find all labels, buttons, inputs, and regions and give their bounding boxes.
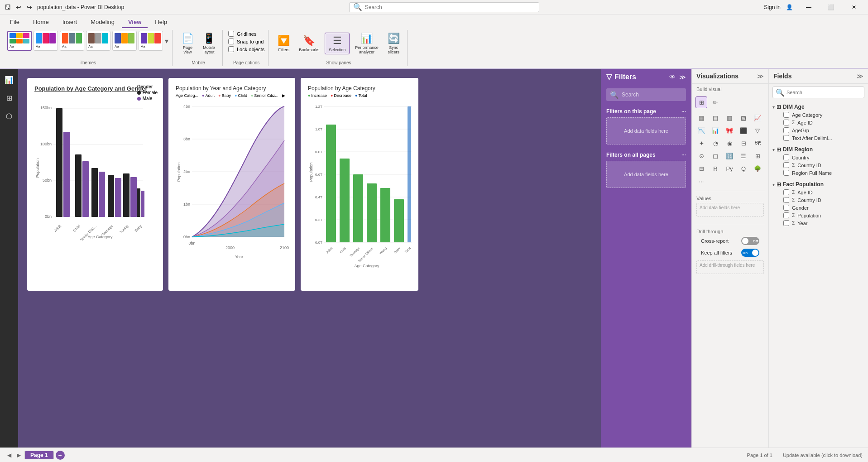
page-prev-btn[interactable]: ◀: [5, 451, 13, 459]
fields-panel-arrow[interactable]: ≫: [857, 72, 863, 80]
region-full-checkbox[interactable]: [783, 170, 789, 176]
snap-checkbox-label[interactable]: Snap to grid: [228, 38, 264, 44]
viz-slicer[interactable]: ☰: [738, 150, 749, 162]
tab-help[interactable]: Help: [149, 17, 173, 28]
filters-button[interactable]: 🔽 Filters: [274, 33, 293, 54]
search-input[interactable]: [365, 4, 535, 10]
tab-modeling[interactable]: Modeling: [84, 17, 121, 28]
field-item-fact-country-id[interactable]: Σ Country ID: [782, 196, 864, 204]
age-id-checkbox[interactable]: [783, 120, 789, 125]
chart2-more[interactable]: ▶: [282, 93, 285, 98]
viz-card[interactable]: ▢: [710, 150, 721, 162]
viz-donut[interactable]: ◉: [724, 137, 735, 149]
viz-clustered-bar[interactable]: ▤: [710, 112, 721, 124]
viz-matrix[interactable]: ⊟: [695, 163, 707, 174]
viz-pie[interactable]: ◔: [710, 137, 721, 149]
maximize-button[interactable]: ⬜: [821, 0, 842, 14]
viz-ribbon[interactable]: 🎀: [724, 125, 735, 136]
theme-btn-5[interactable]: Aa: [112, 31, 137, 51]
viz-line-clustered[interactable]: 📊: [710, 125, 721, 136]
viz-clustered-bar-h[interactable]: ▧: [738, 112, 749, 124]
page-next-btn[interactable]: ▶: [15, 451, 23, 459]
filters-this-page-menu[interactable]: ···: [681, 108, 686, 115]
viz-drill-drop[interactable]: Add drill-through fields here: [696, 260, 764, 274]
age-category-checkbox[interactable]: [783, 112, 789, 118]
viz-type-pencil[interactable]: ✏: [709, 96, 721, 108]
user-avatar[interactable]: 👤: [786, 4, 793, 10]
viz-decomp[interactable]: 🌳: [752, 163, 763, 174]
filters-eye-icon[interactable]: 👁: [669, 73, 676, 81]
viz-funnel[interactable]: ▽: [752, 125, 763, 136]
fact-age-id-checkbox[interactable]: [783, 189, 789, 195]
tab-view[interactable]: View: [122, 17, 148, 28]
field-item-country-id[interactable]: Σ Country ID: [782, 161, 864, 169]
field-item-population[interactable]: Σ Population: [782, 212, 864, 219]
agegrp-checkbox[interactable]: [783, 127, 789, 133]
fields-search[interactable]: 🔍: [772, 87, 864, 98]
close-button[interactable]: ✕: [844, 0, 864, 14]
filters-all-pages-drop[interactable]: Add data fields here: [606, 161, 686, 188]
field-item-region-full[interactable]: Region Full Name: [782, 169, 864, 177]
filters-this-page-drop[interactable]: Add data fields here: [606, 117, 686, 144]
field-item-country[interactable]: Country: [782, 154, 864, 161]
page-tab-1[interactable]: Page 1: [24, 451, 54, 459]
tab-file[interactable]: File: [4, 17, 26, 28]
keep-filters-toggle[interactable]: On: [741, 249, 759, 257]
viz-line[interactable]: 📈: [752, 112, 763, 124]
redo-icon[interactable]: ↪: [25, 3, 34, 11]
viz-map[interactable]: 🗺: [752, 137, 763, 149]
field-item-gender[interactable]: Gender: [782, 204, 864, 212]
fields-search-input[interactable]: [786, 90, 861, 95]
theme-btn-6[interactable]: Aa: [139, 31, 163, 51]
viz-r-visual[interactable]: R: [710, 163, 721, 174]
field-item-age-id[interactable]: Σ Age ID: [782, 119, 864, 126]
themes-more-arrow[interactable]: ▾: [165, 37, 168, 45]
viz-qa[interactable]: Q: [738, 163, 749, 174]
dim-region-header[interactable]: ▾ ⊞ DIM Region: [772, 145, 864, 154]
bookmarks-button[interactable]: 🔖 Bookmarks: [295, 33, 323, 54]
viz-waterfall[interactable]: ⬛: [738, 125, 749, 136]
mobile-layout-button[interactable]: 📱 Mobile layout: [199, 31, 219, 56]
tab-home[interactable]: Home: [27, 17, 55, 28]
viz-area[interactable]: 📉: [695, 125, 707, 136]
viz-panel-collapse[interactable]: ≫: [757, 72, 764, 80]
titlebar-search[interactable]: 🔍: [349, 2, 539, 12]
viz-gauge[interactable]: ⊙: [695, 150, 707, 162]
viz-kpi[interactable]: 🔢: [724, 150, 735, 162]
selection-button[interactable]: ☰ Selection: [325, 33, 350, 54]
nav-model-icon[interactable]: ⬡: [2, 109, 16, 123]
viz-more[interactable]: ···: [695, 175, 707, 187]
minimize-button[interactable]: —: [798, 0, 819, 14]
year-checkbox[interactable]: [783, 220, 789, 226]
snap-checkbox[interactable]: [228, 38, 234, 44]
gridlines-checkbox-label[interactable]: Gridlines: [228, 31, 264, 37]
dim-age-header[interactable]: ▾ ⊞ DIM Age: [772, 103, 864, 111]
viz-stacked-bar-h[interactable]: ▥: [724, 112, 735, 124]
field-item-agegrp[interactable]: AgeGrp: [782, 126, 864, 134]
undo-icon[interactable]: ↩: [14, 3, 23, 11]
viz-treemap[interactable]: ⊟: [738, 137, 749, 149]
lock-checkbox[interactable]: [228, 46, 234, 52]
nav-report-icon[interactable]: 📊: [2, 72, 16, 87]
viz-stacked-bar[interactable]: ▦: [695, 112, 707, 124]
viz-type-table[interactable]: ⊞: [695, 96, 707, 108]
text-delim-checkbox[interactable]: [783, 135, 789, 141]
viz-python[interactable]: Py: [724, 163, 735, 174]
filters-collapse-icon[interactable]: ≫: [679, 73, 686, 81]
nav-data-icon[interactable]: ⊞: [2, 91, 16, 105]
tab-insert[interactable]: Insert: [56, 17, 84, 28]
chart-card-1[interactable]: Population by Age Category and Gender Ge…: [27, 78, 163, 291]
theme-btn-2[interactable]: Aa: [34, 31, 58, 51]
viz-values-drop[interactable]: Add data fields here: [696, 203, 764, 217]
gridlines-checkbox[interactable]: [228, 31, 234, 37]
field-item-fact-age-id[interactable]: Σ Age ID: [782, 188, 864, 196]
viz-scatter[interactable]: ✦: [695, 137, 707, 149]
chart-card-2[interactable]: Population by Year and Age Category Age …: [168, 78, 295, 291]
viz-table[interactable]: ⊞: [752, 150, 763, 162]
chart-card-3[interactable]: Population by Age Category ●Increase ●De…: [301, 78, 418, 291]
add-page-button[interactable]: +: [56, 451, 65, 460]
sync-slicers-button[interactable]: 🔄 Sync slicers: [384, 31, 403, 56]
gender-checkbox[interactable]: [783, 205, 789, 211]
field-item-year[interactable]: Σ Year: [782, 219, 864, 227]
lock-checkbox-label[interactable]: Lock objects: [228, 46, 264, 52]
